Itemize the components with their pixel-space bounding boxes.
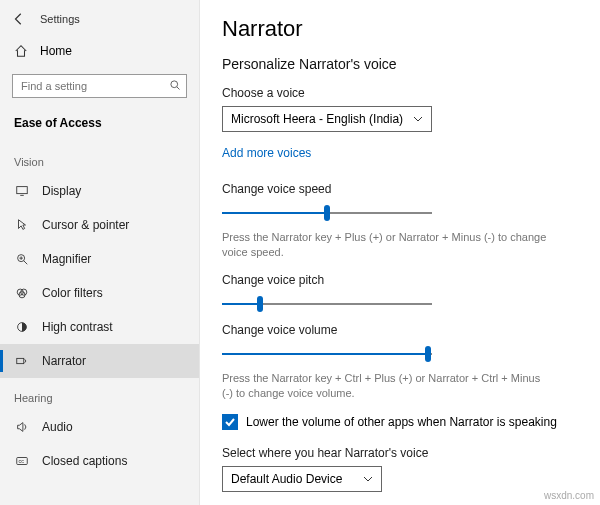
nav-label: High contrast — [42, 320, 113, 334]
search-input[interactable] — [12, 74, 187, 98]
nav-narrator[interactable]: Narrator — [0, 344, 199, 378]
chevron-down-icon — [413, 114, 423, 124]
section-title: Ease of Access — [0, 106, 199, 142]
nav-cursor[interactable]: Cursor & pointer — [0, 208, 199, 242]
add-voices-link[interactable]: Add more voices — [222, 146, 311, 160]
nav-label: Display — [42, 184, 81, 198]
lower-volume-checkbox[interactable] — [222, 414, 238, 430]
pitch-label: Change voice pitch — [222, 273, 578, 287]
cursor-icon — [14, 218, 30, 232]
choose-voice-label: Choose a voice — [222, 86, 578, 100]
narrator-icon — [14, 354, 30, 368]
output-select[interactable]: Default Audio Device — [222, 466, 382, 492]
group-label-vision: Vision — [0, 142, 199, 174]
nav-label: Magnifier — [42, 252, 91, 266]
sidebar: Settings Home Ease of Access Vision Disp… — [0, 0, 200, 505]
speed-hint: Press the Narrator key + Plus (+) or Nar… — [222, 230, 552, 261]
highcontrast-icon — [14, 320, 30, 334]
svg-line-5 — [24, 261, 28, 265]
svg-rect-12 — [17, 358, 24, 363]
nav-label: Color filters — [42, 286, 103, 300]
output-label: Select where you hear Narrator's voice — [222, 446, 578, 460]
nav-home-label: Home — [40, 44, 72, 58]
volume-label: Change voice volume — [222, 323, 578, 337]
nav-label: Audio — [42, 420, 73, 434]
volume-hint: Press the Narrator key + Ctrl + Plus (+)… — [222, 371, 552, 402]
app-title: Settings — [40, 13, 80, 25]
nav-audio[interactable]: Audio — [0, 410, 199, 444]
nav-display[interactable]: Display — [0, 174, 199, 208]
page-subtitle: Personalize Narrator's voice — [222, 56, 578, 72]
nav-colorfilters[interactable]: Color filters — [0, 276, 199, 310]
svg-line-1 — [177, 87, 180, 90]
page-title: Narrator — [222, 16, 578, 42]
speed-label: Change voice speed — [222, 182, 578, 196]
svg-point-0 — [171, 81, 178, 88]
nav-magnifier[interactable]: Magnifier — [0, 242, 199, 276]
group-label-hearing: Hearing — [0, 378, 199, 410]
output-select-value: Default Audio Device — [231, 472, 342, 486]
magnifier-icon — [14, 252, 30, 266]
main-content: Narrator Personalize Narrator's voice Ch… — [200, 0, 600, 505]
cc-icon: cc — [14, 454, 30, 468]
volume-slider[interactable] — [222, 343, 432, 365]
nav-label: Closed captions — [42, 454, 127, 468]
nav-highcontrast[interactable]: High contrast — [0, 310, 199, 344]
home-icon — [14, 44, 28, 58]
back-button[interactable] — [12, 12, 26, 26]
voice-select[interactable]: Microsoft Heera - English (India) — [222, 106, 432, 132]
nav-home[interactable]: Home — [0, 36, 199, 66]
chevron-down-icon — [363, 474, 373, 484]
nav-closedcaptions[interactable]: cc Closed captions — [0, 444, 199, 478]
watermark: wsxdn.com — [544, 490, 594, 501]
nav-label: Narrator — [42, 354, 86, 368]
colorfilters-icon — [14, 286, 30, 300]
lower-volume-label: Lower the volume of other apps when Narr… — [246, 415, 557, 429]
speed-slider[interactable] — [222, 202, 432, 224]
nav-label: Cursor & pointer — [42, 218, 129, 232]
display-icon — [14, 184, 30, 198]
svg-rect-2 — [17, 187, 28, 194]
audio-icon — [14, 420, 30, 434]
pitch-slider[interactable] — [222, 293, 432, 315]
svg-text:cc: cc — [19, 458, 25, 464]
voice-select-value: Microsoft Heera - English (India) — [231, 112, 403, 126]
search-icon — [169, 79, 181, 91]
